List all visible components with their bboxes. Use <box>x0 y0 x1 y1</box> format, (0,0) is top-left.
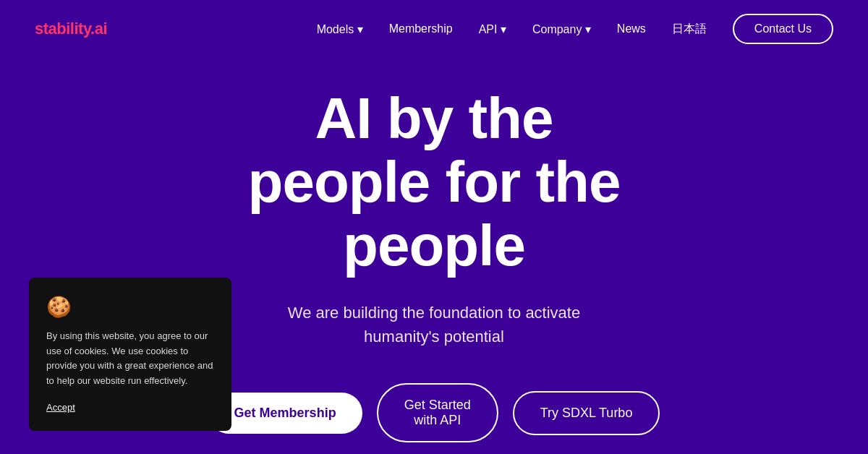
hero-title-line1: AI by the <box>315 86 553 150</box>
cta-buttons: Get Membership Get Startedwith API Try S… <box>208 383 660 442</box>
hero-subtitle-line1: We are building the foundation to activa… <box>288 304 580 322</box>
nav-membership[interactable]: Membership <box>389 22 453 35</box>
nav-api[interactable]: API ▾ <box>479 22 506 36</box>
hero-subtitle: We are building the foundation to activa… <box>288 301 580 348</box>
nav-models[interactable]: Models ▾ <box>317 22 363 36</box>
nav-company[interactable]: Company ▾ <box>532 22 591 36</box>
cookie-icon: 🍪 <box>46 295 214 319</box>
nav-japanese[interactable]: 日本語 <box>672 22 707 37</box>
header: stability.ai Models ▾ Membership API ▾ C… <box>0 0 868 58</box>
logo-text-start: stability <box>35 20 90 38</box>
hero-subtitle-line2: humanity's potential <box>364 327 504 346</box>
nav-news[interactable]: News <box>617 22 646 35</box>
cookie-accept-button[interactable]: Accept <box>46 402 75 413</box>
get-started-api-button[interactable]: Get Startedwith API <box>377 383 498 442</box>
main-nav: Models ▾ Membership API ▾ Company ▾ News… <box>317 14 833 44</box>
site-logo[interactable]: stability.ai <box>35 20 107 38</box>
hero-title-line2: people for the <box>248 150 621 214</box>
hero-title: AI by the people for the people <box>248 87 621 278</box>
btn-api-text: Get Startedwith API <box>404 398 471 427</box>
contact-button[interactable]: Contact Us <box>733 14 833 44</box>
hero-title-line3: people <box>343 213 525 278</box>
try-sdxl-button[interactable]: Try SDXL Turbo <box>513 391 660 435</box>
cookie-banner: 🍪 By using this website, you agree to ou… <box>29 278 231 431</box>
cookie-text: By using this website, you agree to our … <box>46 329 214 389</box>
logo-text-end: ai <box>95 20 107 38</box>
